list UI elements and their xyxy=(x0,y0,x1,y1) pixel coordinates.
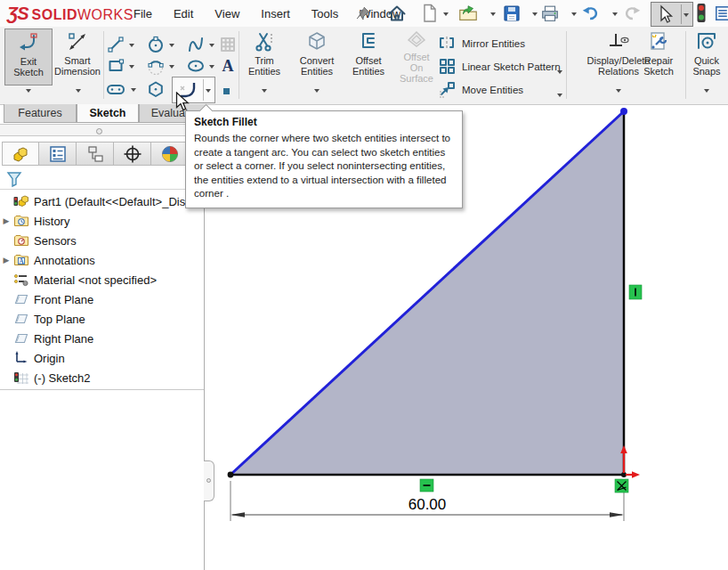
tab-display-manager[interactable] xyxy=(151,142,189,166)
trim-entities-button[interactable]: TrimEntities xyxy=(242,28,287,84)
menu-file[interactable]: File xyxy=(123,7,163,20)
mirror-entities-button[interactable]: Mirror Entities xyxy=(438,34,564,53)
quick-snaps-button[interactable]: QuickSnaps xyxy=(687,28,726,84)
tree-item-sketch2[interactable]: (-) Sketch2 xyxy=(0,368,204,387)
vertex-point-bottom-left[interactable] xyxy=(228,472,234,478)
save-dropdown[interactable] xyxy=(530,3,539,24)
panel-tab-strip xyxy=(2,142,189,167)
tree-item-sensors[interactable]: Sensors xyxy=(0,231,204,250)
point-tool-button[interactable] xyxy=(215,80,237,102)
offset-entities-button[interactable]: OffsetEntities xyxy=(345,28,392,84)
tree-divider xyxy=(0,389,204,390)
new-document-dropdown[interactable] xyxy=(441,3,450,24)
trim-entities-dropdown[interactable] xyxy=(255,84,273,96)
tree-label: Part1 (Default<<Default>_Display Sta xyxy=(34,195,204,208)
undo-dropdown[interactable] xyxy=(611,3,619,24)
linear-sketch-pattern-button[interactable]: Linear Sketch Pattern xyxy=(438,57,564,77)
coincident-origin-badge[interactable] xyxy=(615,479,628,493)
part-icon xyxy=(12,193,30,209)
exit-sketch-button[interactable]: ExitSketch xyxy=(4,28,53,86)
linear-sketch-pattern-dropdown[interactable] xyxy=(555,61,564,82)
offset-surface-label-2: On xyxy=(410,62,424,73)
tree-item-origin[interactable]: Origin xyxy=(0,348,204,368)
rectangle-tool-button[interactable] xyxy=(105,55,126,77)
tab-property-manager[interactable] xyxy=(39,142,77,166)
exit-sketch-dropdown[interactable] xyxy=(20,84,37,96)
tree-item-history[interactable]: ▶ History xyxy=(0,211,204,231)
expand-arrow-icon[interactable]: ▶ xyxy=(0,256,12,265)
tab-sketch[interactable]: Sketch xyxy=(77,104,139,123)
polygon-tool-button[interactable] xyxy=(145,78,166,100)
tab-configuration-manager[interactable] xyxy=(77,142,114,166)
move-entities-dropdown[interactable] xyxy=(555,84,564,105)
tab-dimxpert-manager[interactable] xyxy=(114,142,151,166)
arc-tool-dropdown[interactable] xyxy=(166,55,176,77)
redo-button[interactable] xyxy=(621,3,643,24)
open-button[interactable] xyxy=(457,3,479,24)
text-tool-button[interactable]: A xyxy=(217,55,239,77)
repair-sketch-button[interactable]: RepairSketch xyxy=(635,28,682,84)
select-tool-button[interactable] xyxy=(651,2,693,27)
smart-dimension-button[interactable]: SmartDimension xyxy=(53,28,101,84)
spline-tool-button[interactable] xyxy=(185,34,206,55)
ellipse-tool-dropdown[interactable] xyxy=(206,55,216,77)
print-dropdown[interactable] xyxy=(570,3,578,24)
line-tool-button[interactable] xyxy=(105,34,126,55)
list-partial-icon[interactable] xyxy=(716,3,728,24)
offset-on-surface-icon xyxy=(405,28,428,52)
display-delete-relations-icon xyxy=(606,28,631,55)
trim-label-2: Entities xyxy=(248,66,280,77)
filter-funnel-icon[interactable] xyxy=(5,170,23,188)
traffic-light-icon[interactable] xyxy=(691,3,712,24)
tab-features[interactable]: Features xyxy=(4,104,77,123)
sketch-fillet-dropdown[interactable] xyxy=(204,79,213,101)
smart-dimension-dropdown[interactable] xyxy=(69,84,87,96)
expand-arrow-icon[interactable]: ▶ xyxy=(0,216,12,225)
spline-tool-dropdown[interactable] xyxy=(206,34,216,55)
command-manager-ribbon: ExitSketch SmartDimension xyxy=(0,27,728,105)
tooltip-body: Rounds the corner where two sketch entit… xyxy=(194,131,454,200)
home-button[interactable] xyxy=(386,3,408,24)
circle-tool-button[interactable] xyxy=(145,34,166,55)
arc-tool-button[interactable] xyxy=(145,55,166,77)
print-button[interactable] xyxy=(539,3,561,24)
undo-button[interactable] xyxy=(580,3,602,24)
menu-insert[interactable]: Insert xyxy=(250,7,301,20)
move-entities-label: Move Entities xyxy=(462,85,523,95)
horizontal-constraint-badge[interactable] xyxy=(420,479,433,492)
pin-icon[interactable] xyxy=(352,3,374,24)
menu-edit[interactable]: Edit xyxy=(163,7,204,20)
feature-manager-panel: Part1 (Default<<Default>_Display Sta ▶ H… xyxy=(0,136,205,570)
circle-tool-dropdown[interactable] xyxy=(166,34,176,55)
vertical-constraint-badge[interactable] xyxy=(629,285,642,299)
rectangle-tool-dropdown[interactable] xyxy=(126,55,136,77)
tree-item-part1[interactable]: Part1 (Default<<Default>_Display Sta xyxy=(0,191,204,211)
convert-entities-button[interactable]: ConvertEntities xyxy=(292,28,342,84)
tree-item-top-plane[interactable]: Top Plane xyxy=(0,309,204,329)
quick-snaps-dropdown[interactable] xyxy=(698,84,716,96)
display-delete-relations-dropdown[interactable] xyxy=(610,84,627,96)
new-document-button[interactable] xyxy=(418,3,440,24)
save-button[interactable] xyxy=(501,3,522,24)
tree-item-annotations[interactable]: ▶ A Annotations xyxy=(0,250,204,270)
dimension-value[interactable]: 60.00 xyxy=(408,496,447,513)
slot-tool-dropdown[interactable] xyxy=(128,78,138,100)
menu-view[interactable]: View xyxy=(204,7,250,20)
panel-splitter[interactable] xyxy=(0,124,211,136)
tab-feature-manager[interactable] xyxy=(2,142,39,166)
tree-item-right-plane[interactable]: Right Plane xyxy=(0,329,204,348)
origin-icon xyxy=(12,350,30,366)
select-dropdown[interactable] xyxy=(682,4,691,25)
ellipse-tool-button[interactable] xyxy=(185,55,206,77)
vertex-point-top[interactable] xyxy=(620,108,627,115)
menu-tools[interactable]: Tools xyxy=(301,7,349,20)
smart-dimension-icon xyxy=(66,28,89,55)
convert-entities-dropdown[interactable] xyxy=(308,84,326,96)
line-tool-dropdown[interactable] xyxy=(126,34,136,55)
open-dropdown[interactable] xyxy=(489,3,497,24)
tree-item-material[interactable]: Material <not specified> xyxy=(0,270,204,289)
move-entities-button[interactable]: Move Entities xyxy=(438,80,564,100)
slot-tool-button[interactable] xyxy=(105,78,126,100)
tree-item-front-plane[interactable]: Front Plane xyxy=(0,289,204,309)
pattern-tools-stack: Mirror Entities Linear Sketch Pattern Mo… xyxy=(438,27,564,104)
